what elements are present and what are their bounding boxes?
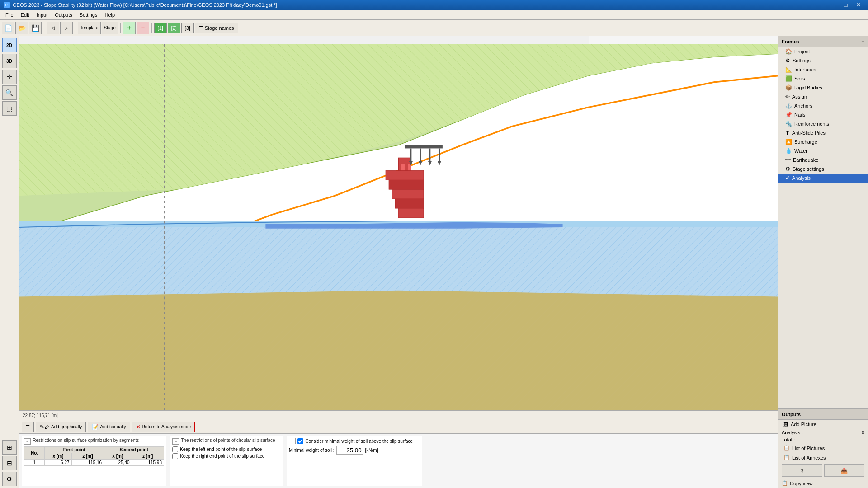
- frame-earthquake[interactable]: 〰 Earthquake: [778, 155, 868, 164]
- outputs-title: Outputs: [782, 412, 801, 417]
- maximize-button[interactable]: □: [840, 1, 852, 9]
- frame-water-label: Water: [794, 148, 807, 154]
- frame-settings-label: Settings: [793, 58, 811, 63]
- menu-input[interactable]: Input: [33, 11, 51, 19]
- undo-button[interactable]: ◁: [47, 22, 59, 34]
- keep-right-checkbox[interactable]: [172, 453, 178, 459]
- copy-view-button[interactable]: 📋 Copy view: [778, 479, 868, 488]
- scene-svg: [19, 44, 778, 410]
- main-layout: 2D 3D ✛ 🔍 ⬚ ⊞ ⊟ ⚙ /* ruler will be drawn…: [0, 36, 868, 488]
- redo-button[interactable]: ▷: [60, 22, 73, 34]
- drawing-canvas[interactable]: [19, 44, 778, 410]
- save-button[interactable]: 💾: [29, 22, 42, 34]
- menu-edit[interactable]: Edit: [17, 11, 33, 19]
- row-z1: 115,16: [71, 460, 104, 466]
- row-z2: 115,98: [132, 460, 164, 466]
- frame-reinforcements[interactable]: 🔩 Reinforcements: [778, 119, 868, 128]
- nails-icon: 📌: [785, 112, 792, 118]
- frame-anti-slide-piles[interactable]: ⬆ Anti-Slide Piles: [778, 128, 868, 137]
- minimize-button[interactable]: ─: [827, 1, 839, 9]
- keep-left-checkbox[interactable]: [172, 446, 178, 452]
- toolbar: 📄 📂 💾 ◁ ▷ Template Stage ＋ － [1] [2] [3]…: [0, 20, 868, 36]
- frame-analysis[interactable]: ✔ Analysis: [778, 174, 868, 183]
- frame-interfaces[interactable]: 📐 Interfaces: [778, 65, 868, 74]
- menu-outputs[interactable]: Outputs: [51, 11, 76, 19]
- 3d-view-button[interactable]: 3D: [2, 54, 17, 68]
- frame-rigid-bodies[interactable]: 📦 Rigid Bodies: [778, 83, 868, 92]
- keep-left-row: Keep the left end point of the slip surf…: [172, 446, 281, 452]
- right-sidebar: Frames − 🏠 Project ⚙ Settings 📐 Interfac…: [778, 36, 868, 488]
- zoom-out-button[interactable]: －: [137, 22, 149, 34]
- close-button[interactable]: ✕: [853, 1, 864, 9]
- svg-rect-20: [395, 199, 424, 208]
- list-toggle-button[interactable]: ☰: [22, 422, 34, 432]
- print-button[interactable]: 🖨: [782, 464, 822, 477]
- frame-soils[interactable]: 🟩 Soils: [778, 74, 868, 83]
- menu-help[interactable]: Help: [101, 11, 118, 19]
- list-pictures-label: List of Pictures: [792, 446, 825, 451]
- frames-collapse-icon[interactable]: −: [862, 39, 864, 44]
- frames-title: Frames: [782, 39, 799, 44]
- print-row: 🖨 📤: [778, 462, 868, 479]
- add-graphically-button[interactable]: ✎🖊 Add graphically: [36, 422, 86, 432]
- add-picture-button[interactable]: 🖼 Add Picture: [778, 420, 868, 429]
- frame-assign[interactable]: ✏ Assign: [778, 92, 868, 101]
- stage-button[interactable]: Stage: [102, 22, 118, 34]
- select-tool-button[interactable]: ⬚: [2, 101, 17, 116]
- list-pictures-button[interactable]: 📋 List of Pictures: [778, 443, 868, 453]
- keep-left-label: Keep the left end point of the slip surf…: [180, 447, 262, 452]
- zoom-in-button[interactable]: ＋: [123, 22, 136, 34]
- soils-icon: 🟩: [785, 75, 792, 82]
- frame-project[interactable]: 🏠 Project: [778, 47, 868, 56]
- settings-gear-button[interactable]: ⚙: [2, 472, 17, 486]
- frame-stage-settings[interactable]: ⚙ Stage settings: [778, 164, 868, 174]
- frame-surcharge-label: Surcharge: [794, 139, 817, 145]
- canvas-area[interactable]: /* ruler will be drawn via JS below */: [19, 36, 778, 411]
- settings-icon: ⚙: [785, 57, 790, 64]
- analysis-label: Analysis :: [782, 430, 803, 435]
- stage-1-badge[interactable]: [1]: [154, 23, 167, 33]
- consider-min-weight-row: Consider minimal weight of soil above th…: [297, 438, 413, 444]
- table-row: 1 6,27 115,16 25,40 115,98: [24, 460, 164, 466]
- frame-assign-label: Assign: [792, 94, 807, 99]
- layers-button[interactable]: ⊟: [2, 456, 17, 470]
- outputs-section: Outputs 🖼 Add Picture Analysis : 0 Total…: [778, 408, 868, 488]
- app-icon: G: [4, 2, 10, 8]
- frame-nails[interactable]: 📌 Nails: [778, 110, 868, 119]
- add-picture-icon: 🖼: [783, 422, 788, 427]
- frame-analysis-label: Analysis: [792, 175, 811, 181]
- frame-surcharge[interactable]: 🔼 Surcharge: [778, 137, 868, 146]
- left-panel: 2D 3D ✛ 🔍 ⬚ ⊞ ⊟ ⚙: [0, 36, 19, 488]
- add-textually-button[interactable]: 📝 Add textually: [88, 422, 130, 432]
- stage-names-button[interactable]: ☰ Stage names: [195, 23, 238, 33]
- frame-settings[interactable]: ⚙ Settings: [778, 56, 868, 65]
- frame-water[interactable]: 💧 Water: [778, 146, 868, 155]
- window-title: GEOS 2023 - Slope Stability (32 bit) (Wa…: [13, 2, 277, 8]
- stage-2-badge[interactable]: [2]: [168, 23, 180, 33]
- stage-settings-icon: ⚙: [785, 166, 790, 172]
- frame-anchors-label: Anchors: [794, 103, 812, 108]
- open-button[interactable]: 📂: [15, 22, 28, 34]
- frame-project-label: Project: [794, 49, 810, 54]
- menu-settings[interactable]: Settings: [76, 11, 101, 19]
- frame-nails-label: Nails: [794, 112, 805, 117]
- stage-3-badge[interactable]: [3]: [181, 23, 194, 33]
- new-button[interactable]: 📄: [2, 22, 14, 34]
- menu-file[interactable]: File: [2, 11, 17, 19]
- search-tool-button[interactable]: 🔍: [2, 85, 17, 100]
- template-button[interactable]: Template: [78, 22, 101, 34]
- restrictions-table: No. First point Second point x [m] z [m]…: [24, 446, 164, 466]
- move-tool-button[interactable]: ✛: [2, 70, 17, 84]
- min-weight-row: Minimal weight of soil : [kN/m]: [289, 446, 420, 455]
- ruler-horizontal: /* ruler will be drawn via JS below */: [19, 36, 778, 44]
- list-annexes-button[interactable]: 📋 List of Annexes: [778, 453, 868, 462]
- sep4: [151, 23, 152, 33]
- frame-anchors[interactable]: ⚓ Anchors: [778, 101, 868, 110]
- min-weight-input[interactable]: [336, 446, 363, 455]
- consider-min-weight-checkbox[interactable]: [297, 438, 303, 444]
- 2d-view-button[interactable]: 2D: [2, 38, 17, 52]
- export-button[interactable]: 📤: [824, 464, 865, 477]
- grid-view-button[interactable]: ⊞: [2, 440, 17, 455]
- return-analysis-button[interactable]: ✕ Return to Analysis mode: [132, 422, 195, 432]
- analysis-value: 0: [862, 430, 864, 435]
